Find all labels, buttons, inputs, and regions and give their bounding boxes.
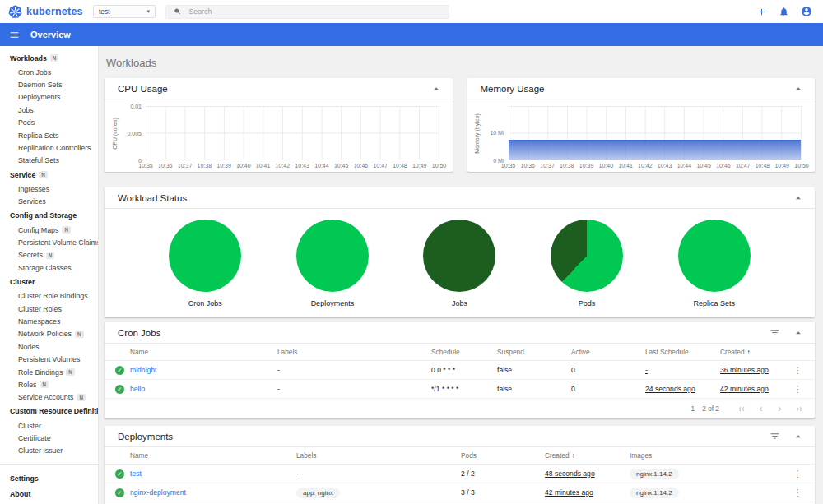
previous-page-icon[interactable]	[756, 405, 765, 414]
collapse-caret-icon[interactable]	[793, 83, 804, 95]
status-ok-icon: ✓	[115, 366, 124, 375]
deployments-card: Deployments Name Labels Pods Created↑ Im…	[105, 426, 815, 504]
namespace-selector[interactable]: test ▾	[93, 5, 156, 18]
brand-title: kubernetes	[26, 6, 83, 17]
col-images[interactable]: Images	[630, 451, 788, 460]
status-ok-icon: ✓	[115, 385, 124, 394]
next-page-icon[interactable]	[775, 405, 784, 414]
cell-created: 42 minutes ago	[545, 488, 630, 497]
sidebar-item-persistent-volumes[interactable]: Persistent Volumes	[0, 353, 98, 365]
col-labels[interactable]: Labels	[277, 348, 431, 356]
sidebar-item-cluster-roles[interactable]: Cluster Roles	[0, 303, 98, 315]
cpu-y-axis-ticks: 00.0050.01	[119, 106, 146, 160]
sidebar-section-service[interactable]: ServiceN	[0, 167, 98, 183]
sort-ascending-icon: ↑	[572, 452, 575, 460]
row-menu-kebab-icon[interactable]: ⋮	[788, 384, 807, 395]
cronjob-link[interactable]: hello	[130, 385, 277, 393]
col-active[interactable]: Active	[571, 348, 645, 356]
cell-suspend: false	[497, 385, 571, 393]
kubernetes-logo[interactable]: kubernetes	[8, 5, 93, 19]
cell-pods: 2 / 2	[461, 469, 545, 478]
collapse-caret-icon[interactable]	[430, 83, 442, 95]
col-pods[interactable]: Pods	[461, 451, 545, 460]
deployment-link[interactable]: test	[130, 469, 296, 478]
hamburger-menu-icon[interactable]	[9, 30, 20, 40]
sidebar-item-persistent-volume-claims[interactable]: Persistent Volume ClaimsN	[0, 236, 98, 248]
sidebar-item-deployments[interactable]: Deployments	[0, 91, 98, 104]
sidebar-item-services[interactable]: Services	[0, 196, 98, 208]
sidebar-section-workloads[interactable]: WorkloadsN	[0, 50, 98, 66]
sidebar-item-certificate[interactable]: Certificate	[0, 432, 98, 444]
namespaced-badge: N	[62, 226, 71, 234]
col-created[interactable]: Created↑	[545, 451, 630, 460]
cell-last-schedule: 24 seconds ago	[645, 385, 720, 393]
sidebar-section-custom-resource-definitions[interactable]: Custom Resource Definitions	[0, 404, 98, 419]
sidebar-section-cluster[interactable]: Cluster	[0, 274, 98, 289]
sidebar-item-daemon-sets[interactable]: Daemon Sets	[0, 78, 98, 90]
create-plus-icon[interactable]	[756, 7, 767, 17]
search-icon	[174, 7, 181, 16]
sidebar-item-secrets[interactable]: SecretsN	[0, 249, 98, 261]
pagination: 1 – 2 of 2	[105, 399, 815, 418]
header-actions	[756, 6, 823, 17]
collapse-caret-icon[interactable]	[793, 431, 804, 442]
sidebar-item-storage-classes[interactable]: Storage Classes	[0, 261, 98, 274]
sidebar-item-ingresses[interactable]: Ingresses	[0, 183, 98, 195]
pie-jobs: Jobs	[423, 220, 495, 307]
first-page-icon[interactable]	[737, 405, 746, 414]
sidebar-item-service-accounts[interactable]: Service AccountsN	[0, 391, 98, 404]
sidebar-item-crd-cluster[interactable]: Cluster	[0, 419, 98, 432]
collapse-caret-icon[interactable]	[793, 192, 804, 204]
top-header-bar: kubernetes test ▾	[0, 0, 823, 23]
pie-chart	[423, 220, 495, 292]
last-page-icon[interactable]	[794, 405, 803, 414]
sidebar-item-role-bindings[interactable]: Role BindingsN	[0, 366, 98, 378]
row-menu-kebab-icon[interactable]: ⋮	[788, 469, 807, 479]
row-menu-kebab-icon[interactable]: ⋮	[788, 365, 807, 376]
notifications-bell-icon[interactable]	[779, 7, 789, 17]
search-input[interactable]	[188, 7, 441, 16]
sidebar-item-replication-controllers[interactable]: Replication Controllers	[0, 141, 98, 154]
sidebar-item-stateful-sets[interactable]: Stateful Sets	[0, 155, 98, 167]
cronjob-link[interactable]: midnight	[130, 366, 277, 374]
col-last-schedule[interactable]: Last Schedule	[645, 348, 720, 356]
collapse-caret-icon[interactable]	[793, 327, 804, 339]
sidebar-item-settings[interactable]: Settings	[0, 470, 98, 486]
app-bar: Overview	[0, 23, 823, 46]
sidebar-item-cluster-issuer[interactable]: Cluster Issuer	[0, 445, 98, 457]
filter-icon[interactable]	[770, 327, 780, 338]
search-bar[interactable]	[165, 5, 449, 19]
sidebar-section-config-and-storage[interactable]: Config and Storage	[0, 208, 98, 224]
row-menu-kebab-icon[interactable]: ⋮	[788, 488, 807, 498]
col-name[interactable]: Name	[130, 451, 296, 460]
col-created[interactable]: Created↑	[720, 348, 788, 356]
sidebar-item-jobs[interactable]: Jobs	[0, 104, 98, 116]
col-name[interactable]: Name	[130, 348, 277, 356]
sidebar-item-pods[interactable]: Pods	[0, 117, 98, 129]
sidebar-item-config-maps[interactable]: Config MapsN	[0, 224, 98, 236]
sidebar-item-replica-sets[interactable]: Replica Sets	[0, 129, 98, 141]
sidebar-item-cron-jobs[interactable]: Cron Jobs	[0, 66, 98, 78]
deployments-table-header: Name Labels Pods Created↑ Images	[105, 447, 815, 465]
col-schedule[interactable]: Schedule	[431, 348, 497, 356]
namespaced-badge: N	[39, 171, 48, 178]
sidebar-item-namespaces[interactable]: Namespaces	[0, 315, 98, 327]
sidebar-item-about[interactable]: About	[0, 486, 98, 502]
sidebar-item-roles[interactable]: RolesN	[0, 378, 98, 391]
pie-chart	[169, 220, 241, 292]
cpu-y-axis-title: CPU (cores)	[109, 106, 119, 160]
col-labels[interactable]: Labels	[296, 451, 461, 460]
memory-y-axis-ticks: 0 Mi10 Mi	[482, 106, 509, 160]
col-suspend[interactable]: Suspend	[497, 348, 571, 356]
filter-icon[interactable]	[770, 431, 780, 442]
status-ok-icon: ✓	[115, 488, 124, 497]
workload-status-pies: Cron Jobs Deployments Jobs Pods Replica …	[105, 209, 815, 307]
sidebar-item-cluster-role-bindings[interactable]: Cluster Role Bindings	[0, 289, 98, 302]
namespaced-badge: N	[77, 394, 86, 401]
sidebar-item-network-policies[interactable]: Network PoliciesN	[0, 328, 98, 340]
cron-table-header: Name Labels Schedule Suspend Active Last…	[105, 344, 815, 361]
namespaced-badge: N	[66, 368, 75, 376]
sidebar-item-nodes[interactable]: Nodes	[0, 340, 98, 353]
account-circle-icon[interactable]	[801, 6, 812, 17]
deployment-link[interactable]: nginx-deployment	[130, 488, 296, 497]
